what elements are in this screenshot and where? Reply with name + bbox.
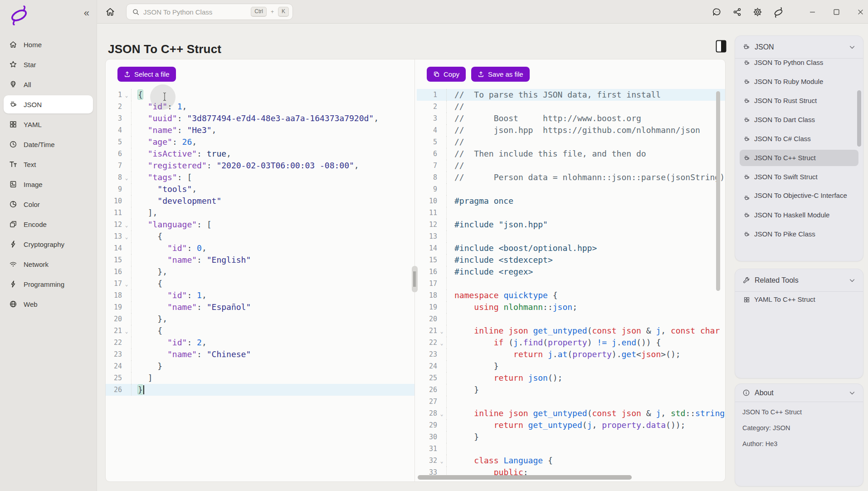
fold-chevron-icon[interactable]: ⌄ — [437, 325, 446, 337]
code-line[interactable]: 11 — [417, 207, 726, 219]
code-line[interactable]: 22⌄ if (j.find(property) != j.end()) { — [417, 337, 726, 349]
home-icon[interactable] — [105, 7, 115, 17]
close-icon[interactable] — [858, 9, 863, 15]
code-line[interactable]: 12⌄ "language": [ — [106, 219, 414, 231]
code-line[interactable]: 23 "name": "Chinese" — [106, 349, 414, 360]
tool-item-json-to-swift-struct[interactable]: JSON To Swift Struct — [740, 169, 858, 185]
code-line[interactable]: 2// — [417, 101, 726, 113]
fold-chevron-icon[interactable]: ⌄ — [437, 337, 446, 349]
fold-chevron-icon[interactable]: ⌄ — [122, 325, 131, 337]
tool-item-json-to-c-struct[interactable]: JSON To C++ Struct — [740, 150, 858, 166]
tool-item-json-to-c-class[interactable]: JSON To C# Class — [740, 131, 858, 147]
settings-icon[interactable] — [753, 7, 762, 17]
sidebar-item-text[interactable]: Text — [4, 155, 93, 173]
cpp-output-pane[interactable]: Copy Save as file 1// To parse this JSON… — [417, 59, 726, 481]
tool-item-json-to-objective-c-interface[interactable]: JSON To Objective-C Interface — [740, 188, 858, 204]
tool-item-json-to-dart-class[interactable]: JSON To Dart Class — [740, 112, 858, 128]
tool-item-json-to-python-class[interactable]: JSON To Python Class — [740, 59, 858, 71]
vertical-scrollbar[interactable] — [716, 91, 720, 291]
sidebar-item-web[interactable]: Web — [4, 295, 93, 313]
horizontal-scrollbar[interactable] — [418, 475, 632, 480]
sidebar-item-programming[interactable]: Programming — [4, 275, 93, 293]
code-line[interactable]: 20 }, — [106, 313, 414, 325]
json-editor[interactable]: 1⌄{2 "id": 1,3 "uuid": "3d877494-e7d4-48… — [106, 89, 414, 481]
feedback-icon[interactable] — [712, 7, 722, 17]
code-line[interactable]: 20 — [417, 313, 726, 325]
code-line[interactable]: 6 "isActive": true, — [106, 148, 414, 160]
code-line[interactable]: 16#include <regex> — [417, 266, 726, 278]
fold-chevron-icon[interactable]: ⌄ — [122, 172, 131, 183]
code-line[interactable]: 9 — [417, 183, 726, 195]
code-line[interactable]: 32⌄ class Language { — [417, 455, 726, 466]
sidebar-item-image[interactable]: Image — [4, 175, 93, 193]
code-line[interactable]: 5// — [417, 136, 726, 148]
code-line[interactable]: 4// json.hpp https://github.com/nlohmann… — [417, 124, 726, 136]
related-tools-header[interactable]: Related Tools — [735, 269, 863, 292]
code-line[interactable]: 7 "registered": "2020-02-03T06:00:03 -08… — [106, 160, 414, 172]
code-line[interactable]: 22 "id": 2, — [106, 337, 414, 349]
code-line[interactable]: 15 "name": "English" — [106, 254, 414, 266]
fold-chevron-icon[interactable]: ⌄ — [122, 231, 131, 242]
code-line[interactable]: 13 — [417, 231, 726, 242]
code-line[interactable]: 23 return j.at(property).get<json>(); — [417, 349, 726, 360]
code-line[interactable]: 26} — [106, 384, 414, 396]
code-line[interactable]: 9 "tools", — [106, 183, 414, 195]
minimize-icon[interactable] — [809, 9, 815, 15]
sidebar-item-encode[interactable]: Encode — [4, 215, 93, 233]
code-line[interactable]: 21⌄ inline json get_untyped(const json &… — [417, 325, 726, 337]
panel-toggle-icon[interactable] — [716, 40, 727, 53]
code-line[interactable]: 24 } — [417, 360, 726, 372]
code-line[interactable]: 10 "development" — [106, 195, 414, 207]
code-line[interactable]: 27 — [417, 396, 726, 408]
code-line[interactable]: 18 "id": 1, — [106, 290, 414, 301]
sidebar-item-network[interactable]: Network — [4, 255, 93, 273]
code-line[interactable]: 1// To parse this JSON data, first insta… — [417, 89, 726, 101]
code-line[interactable]: 21⌄ { — [106, 325, 414, 337]
about-header[interactable]: About — [735, 384, 863, 402]
search-input[interactable]: JSON To Python Class Ctrl + K — [126, 4, 293, 20]
cpp-code-view[interactable]: 1// To parse this JSON data, first insta… — [417, 89, 726, 481]
save-as-file-button[interactable]: Save as file — [471, 67, 530, 82]
code-line[interactable]: 5 "age": 26, — [106, 136, 414, 148]
tools-scrollbar[interactable] — [857, 90, 861, 147]
code-line[interactable]: 8⌄ "tags": [ — [106, 172, 414, 183]
sidebar-item-all[interactable]: All — [4, 75, 93, 93]
copy-button[interactable]: Copy — [427, 67, 466, 82]
code-line[interactable]: 25 ] — [106, 372, 414, 384]
select-file-button[interactable]: Select a file — [117, 67, 176, 82]
code-line[interactable]: 24 } — [106, 360, 414, 372]
sidebar-item-color[interactable]: Color — [4, 195, 93, 213]
tools-panel-header[interactable]: JSON — [735, 36, 863, 59]
code-line[interactable]: 18namespace quicktype { — [417, 290, 726, 301]
code-line[interactable]: 19 "name": "Español" — [106, 301, 414, 313]
code-line[interactable]: 31 — [417, 443, 726, 455]
tool-item-json-to-ruby-module[interactable]: JSON To Ruby Module — [740, 74, 858, 90]
code-line[interactable]: 17⌄ { — [106, 278, 414, 290]
code-line[interactable]: 26 } — [417, 384, 726, 396]
code-line[interactable]: 3// Boost http://www.boost.org — [417, 113, 726, 124]
code-line[interactable]: 30 } — [417, 431, 726, 443]
code-line[interactable]: 13⌄ { — [106, 231, 414, 242]
code-line[interactable]: 7// — [417, 160, 726, 172]
code-line[interactable]: 12#include "json.hpp" — [417, 219, 726, 231]
code-line[interactable]: 28⌄ inline json get_untyped(const json &… — [417, 408, 726, 419]
code-line[interactable]: 10#pragma once — [417, 195, 726, 207]
he3-mark-icon[interactable] — [773, 7, 783, 17]
fold-chevron-icon[interactable]: ⌄ — [122, 278, 131, 290]
tool-item-json-to-haskell-module[interactable]: JSON To Haskell Module — [740, 207, 858, 223]
code-line[interactable]: 25 return json(); — [417, 372, 726, 384]
code-line[interactable]: 4 "name": "He3", — [106, 124, 414, 136]
code-line[interactable]: 11 ], — [106, 207, 414, 219]
code-line[interactable]: 19 using nlohmann::json; — [417, 301, 726, 313]
share-icon[interactable] — [732, 7, 742, 17]
sidebar-item-home[interactable]: Home — [4, 35, 93, 54]
json-input-pane[interactable]: Select a file 1⌄{2 "id": 1,3 "uuid": "3d… — [106, 59, 414, 481]
fold-chevron-icon[interactable]: ⌄ — [437, 455, 446, 466]
fold-chevron-icon[interactable]: ⌄ — [122, 89, 131, 101]
related-tool-item-yaml-to-c-struct[interactable]: YAML To C++ Struct — [740, 291, 858, 308]
fold-chevron-icon[interactable]: ⌄ — [122, 219, 131, 231]
tool-item-json-to-rust-struct[interactable]: JSON To Rust Struct — [740, 93, 858, 109]
fold-chevron-icon[interactable]: ⌄ — [437, 408, 446, 419]
code-line[interactable]: 17 — [417, 278, 726, 290]
code-line[interactable]: 15#include <stdexcept> — [417, 254, 726, 266]
